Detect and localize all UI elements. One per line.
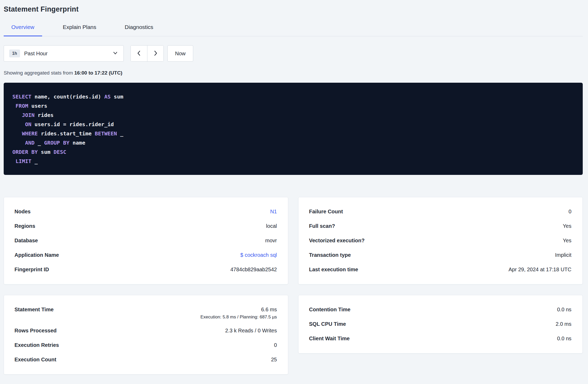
stat-row: Last execution timeApr 29, 2024 at 17:18…: [309, 262, 571, 277]
summary-prefix: Showing aggregated stats from: [4, 70, 74, 76]
sql-keyword: ON: [25, 121, 31, 127]
stat-label: Client Wait Time: [309, 335, 350, 342]
stat-value-wrap: 0.0 ns: [557, 335, 571, 342]
sql-keyword: ORDER BY: [12, 149, 38, 155]
stat-row: Application Name$ cockroach sql: [14, 248, 277, 262]
stat-value: Implicit: [555, 252, 571, 258]
stat-value-wrap: 4784cb829aab2542: [230, 266, 277, 273]
sql-text: users: [28, 103, 47, 109]
stat-row: Full scan?Yes: [309, 219, 571, 233]
stat-row: Fingerprint ID4784cb829aab2542: [14, 262, 277, 277]
stat-label: Regions: [14, 223, 35, 230]
stat-value: movr: [265, 238, 277, 243]
stat-value-wrap: 0: [569, 208, 571, 215]
chevron-down-icon: [112, 50, 118, 57]
stat-label: Statement Time: [14, 306, 54, 313]
stat-row: Vectorized execution?Yes: [309, 233, 571, 248]
sql-keyword: LIMIT: [16, 158, 31, 164]
stat-row: Regionslocal: [14, 219, 277, 233]
summary-time-range: 16:00 to 17:22 (UTC): [74, 70, 122, 76]
sql-keyword: WHERE: [22, 130, 38, 137]
chevron-left-icon: [136, 50, 142, 57]
stat-row: Statement Time6.6 msExecution: 5.8 ms / …: [14, 302, 277, 323]
stat-value-wrap: movr: [265, 237, 277, 244]
stat-value: 4784cb829aab2542: [230, 267, 277, 272]
stat-value-wrap: Apr 29, 2024 at 17:18 UTC: [509, 266, 571, 273]
sql-keyword: FROM: [16, 103, 28, 109]
stat-value: 2.3 k Reads / 0 Writes: [225, 328, 277, 333]
stat-row: Failure Count0: [309, 204, 571, 219]
stat-row: Databasemovr: [14, 233, 277, 248]
sql-text: sum: [38, 149, 53, 155]
stat-label: SQL CPU Time: [309, 321, 346, 328]
stat-label: Vectorized execution?: [309, 237, 365, 244]
sql-keyword: JOIN: [22, 112, 34, 118]
range-label: Past Hour: [24, 51, 48, 57]
tab-overview[interactable]: Overview: [4, 24, 42, 36]
sql-keyword: AS: [104, 93, 111, 100]
sql-line: LIMIT _: [12, 157, 575, 166]
sql-keyword: BETWEEN: [95, 130, 117, 137]
chevron-right-icon: [152, 50, 159, 57]
sql-line: SELECT name, count(rides.id) AS sum: [12, 92, 575, 101]
stat-row: NodesN1: [14, 204, 277, 219]
stat-value-wrap: 0.0 ns: [557, 306, 571, 313]
sql-text: [12, 140, 25, 146]
range-duration-badge: 1h: [9, 50, 20, 57]
aggregated-stats-summary: Showing aggregated stats from 16:00 to 1…: [4, 70, 583, 76]
stat-row: Contention Time0.0 ns: [309, 302, 571, 317]
next-range-button[interactable]: [147, 46, 163, 61]
stat-value-wrap: $ cockroach sql: [240, 252, 277, 259]
stat-value: Yes: [563, 223, 571, 229]
sql-text: _: [31, 158, 38, 164]
now-button[interactable]: Now: [167, 45, 193, 62]
previous-range-button[interactable]: [131, 46, 147, 61]
resource-times-card: Contention Time0.0 nsSQL CPU Time2.0 msC…: [298, 295, 583, 353]
sql-line: ON users.id = rides.rider_id: [12, 120, 575, 129]
stat-label: Rows Processed: [14, 327, 57, 334]
stat-label: Contention Time: [309, 306, 350, 313]
stat-subvalue: Execution: 5.8 ms / Planning: 687.5 µs: [201, 314, 277, 320]
stat-value: 0: [274, 342, 277, 348]
stat-value: local: [266, 223, 277, 229]
sql-line: ORDER BY sum DESC: [12, 147, 575, 157]
sql-text: [12, 112, 22, 118]
page-title: Statement Fingerprint: [4, 0, 583, 13]
stat-value: Apr 29, 2024 at 17:18 UTC: [509, 267, 571, 272]
stat-value-link[interactable]: N1: [270, 209, 277, 214]
stat-row: Execution Count25: [14, 352, 277, 367]
sql-text: _: [117, 130, 123, 137]
sql-line: JOIN rides: [12, 111, 575, 120]
stat-row: Client Wait Time0.0 ns: [309, 331, 571, 346]
sql-text: rides.start_time: [38, 130, 95, 137]
stat-value-link[interactable]: $ cockroach sql: [240, 252, 277, 258]
stat-label: Transaction type: [309, 252, 351, 259]
stat-label: Failure Count: [309, 208, 343, 215]
sql-text: [12, 121, 25, 127]
stat-value-wrap: N1: [270, 208, 277, 215]
stat-value-wrap: 6.6 msExecution: 5.8 ms / Planning: 687.…: [201, 306, 277, 320]
sql-text: [12, 158, 16, 164]
sql-keyword: AND: [25, 140, 34, 146]
stat-value-wrap: Yes: [563, 237, 571, 244]
execution-attributes-card: Failure Count0Full scan?YesVectorized ex…: [298, 197, 583, 284]
sql-text: name, count(rides.id): [31, 93, 104, 100]
stat-label: Execution Retries: [14, 342, 59, 349]
time-range-nav: [131, 45, 164, 62]
stat-value: 0.0 ns: [557, 307, 571, 312]
stat-label: Fingerprint ID: [14, 266, 49, 273]
sql-text: name: [69, 140, 85, 146]
tab-explain-plans[interactable]: Explain Plans: [55, 24, 104, 36]
statement-fingerprint-page: Statement Fingerprint OverviewExplain Pl…: [0, 0, 588, 375]
stat-value: 2.0 ms: [556, 321, 571, 327]
sql-text: _: [34, 140, 44, 146]
stat-value-wrap: 2.0 ms: [556, 321, 571, 328]
tab-diagnostics[interactable]: Diagnostics: [117, 24, 161, 36]
stat-value-wrap: Yes: [563, 223, 571, 230]
stat-value: Yes: [563, 238, 571, 243]
sql-text: [12, 103, 16, 109]
stat-value-wrap: local: [266, 223, 277, 230]
time-range-select[interactable]: 1h Past Hour: [4, 45, 124, 62]
stat-value: 0.0 ns: [557, 336, 571, 341]
sql-keyword: SELECT: [12, 93, 31, 100]
